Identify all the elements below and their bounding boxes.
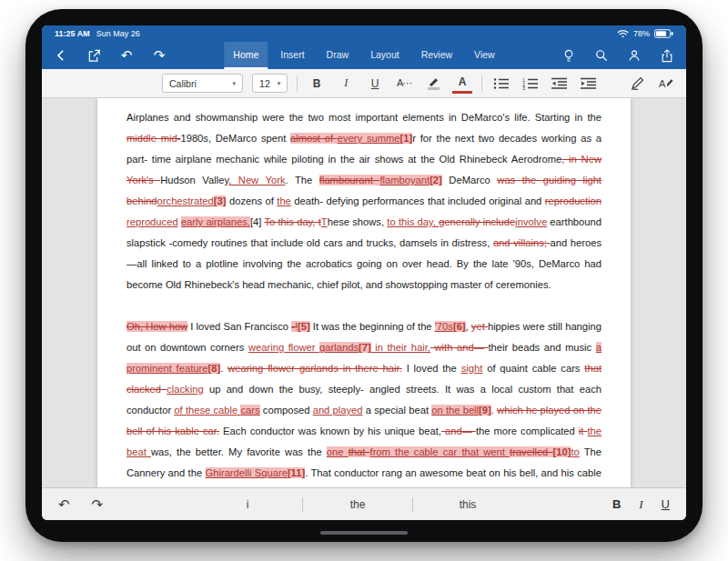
text-run: and played [313, 405, 363, 416]
paragraph[interactable]: Airplanes and showmanship were the two m… [126, 107, 602, 296]
text-run: the [277, 195, 291, 206]
screen: 11:25 AM Sun May 26 78% [42, 25, 686, 520]
text-run: with and— [430, 342, 488, 353]
suggestion-i[interactable]: i [193, 498, 302, 511]
text-run: almost of [290, 133, 338, 144]
share-icon[interactable] [657, 45, 677, 65]
tab-draw[interactable]: Draw [318, 42, 359, 69]
underline-button[interactable]: U [662, 497, 670, 511]
text-run: Airplanes and showmanship were the two m… [126, 112, 602, 123]
text-run: garlands [319, 342, 359, 353]
text-run: composed [260, 405, 313, 416]
font-name-select[interactable]: Calibri ▾ [162, 74, 243, 93]
back-icon[interactable] [51, 45, 71, 65]
chevron-down-icon: ▾ [278, 80, 281, 87]
undo-icon[interactable]: ↶ [58, 496, 70, 513]
text-run: and villains; [493, 237, 551, 248]
text-run: . The [286, 175, 319, 185]
document-canvas: Airplanes and showmanship were the two m… [42, 98, 686, 487]
bullet-list-button[interactable] [491, 74, 511, 94]
keyboard-shortcut-bar: ↶ ↷ ithethis B I U [42, 487, 686, 520]
font-color-button[interactable]: A [452, 74, 472, 94]
text-run: one [327, 446, 349, 457]
text-run: DeMarco [442, 175, 497, 185]
bold-button[interactable]: B [307, 74, 327, 94]
text-run: Ghirardelli Square [206, 467, 288, 478]
text-run: Hudson Valley [160, 175, 228, 185]
text-run: yet [471, 321, 488, 332]
text-run: early airplanes. [181, 216, 250, 227]
status-bar: 11:25 AM Sun May 26 78% [42, 25, 686, 42]
underline-button[interactable]: U [365, 74, 385, 94]
export-icon[interactable] [84, 45, 104, 65]
text-run: to this day, [387, 216, 439, 227]
outdent-button[interactable] [550, 74, 570, 94]
text-run: [8] [207, 363, 220, 374]
lightbulb-icon[interactable] [559, 45, 579, 65]
tab-layout[interactable]: Layout [361, 42, 409, 69]
text-run: cars [240, 405, 259, 416]
italic-button[interactable]: I [639, 497, 642, 512]
text-run: dozens of [226, 195, 277, 206]
text-run: [1] [400, 133, 413, 144]
text-run: orchestrated [157, 195, 214, 206]
text-run: their beads and music [488, 342, 595, 353]
ribbon-tabs: HomeInsertDrawLayoutReviewView [224, 42, 503, 69]
home-indicator[interactable] [320, 531, 408, 535]
indent-button[interactable] [579, 74, 599, 94]
status-date: Sun May 26 [96, 29, 140, 38]
ink-editor-button[interactable] [628, 74, 648, 94]
text-run: To this day, t [264, 216, 320, 227]
suggestion-bar: ithethis [103, 497, 612, 512]
pen-format-button[interactable]: A [657, 74, 677, 94]
font-size-select[interactable]: 12 ▾ [252, 74, 288, 93]
text-run: was, the better. My favorite was the [151, 446, 327, 457]
text-run: sight [461, 363, 483, 374]
search-icon[interactable] [592, 45, 612, 65]
font-size-value: 12 [259, 78, 270, 89]
text-run: [6] [453, 321, 466, 332]
text-run: clacking [167, 384, 203, 395]
paragraph[interactable]: Oh, How how I loved San Francisco -![5] … [126, 316, 602, 487]
text-run: from the cable car that went [370, 446, 511, 457]
battery-icon [654, 29, 673, 38]
highlight-button[interactable] [423, 74, 443, 94]
text-run: reproduced [126, 216, 178, 227]
font-name-value: Calibri [169, 78, 197, 89]
suggestion-the[interactable]: the [303, 498, 412, 511]
formatting-toolbar: Calibri ▾ 12 ▾ B I U A⋯ A 12 [42, 69, 686, 98]
text-run: death- defying performances that include… [291, 195, 545, 206]
tab-view[interactable]: View [465, 42, 504, 69]
redo-icon[interactable]: ↷ [92, 496, 104, 513]
tab-home[interactable]: Home [224, 42, 268, 69]
text-run: [11] [288, 467, 305, 478]
text-run: [2] [430, 175, 442, 185]
ipad-device: 11:25 AM Sun May 26 78% [25, 9, 703, 542]
text-run: of these cable [174, 405, 240, 416]
tab-insert[interactable]: Insert [271, 42, 313, 69]
more-formatting-button[interactable]: A⋯ [394, 74, 414, 94]
bold-button[interactable]: B [612, 497, 621, 511]
highlighter-icon [428, 76, 440, 90]
text-run: T [321, 216, 328, 227]
document-page[interactable]: Airplanes and showmanship were the two m… [97, 98, 631, 487]
text-run: -! [291, 321, 298, 332]
wifi-icon [617, 29, 629, 38]
redo-icon[interactable]: ↷ [149, 45, 169, 65]
text-run: I loved San Francisco [187, 321, 291, 332]
tab-review[interactable]: Review [412, 42, 461, 69]
text-run: It was the beginning of the [310, 321, 435, 332]
text-run: hese shows, [328, 216, 388, 227]
text-run: every summe [338, 133, 400, 144]
italic-button[interactable]: I [336, 74, 356, 94]
text-run: and— [441, 426, 476, 436]
text-run: to [571, 446, 579, 457]
text-run: wearing flower garlands in there hair. [228, 363, 402, 374]
numbered-list-button[interactable]: 123 [521, 74, 541, 94]
suggestion-this[interactable]: this [413, 498, 522, 511]
person-icon[interactable] [624, 45, 644, 65]
undo-icon[interactable]: ↶ [116, 45, 136, 65]
divider [297, 75, 298, 92]
text-run: [7] [359, 342, 371, 353]
text-run: Oh, How how [126, 321, 187, 332]
